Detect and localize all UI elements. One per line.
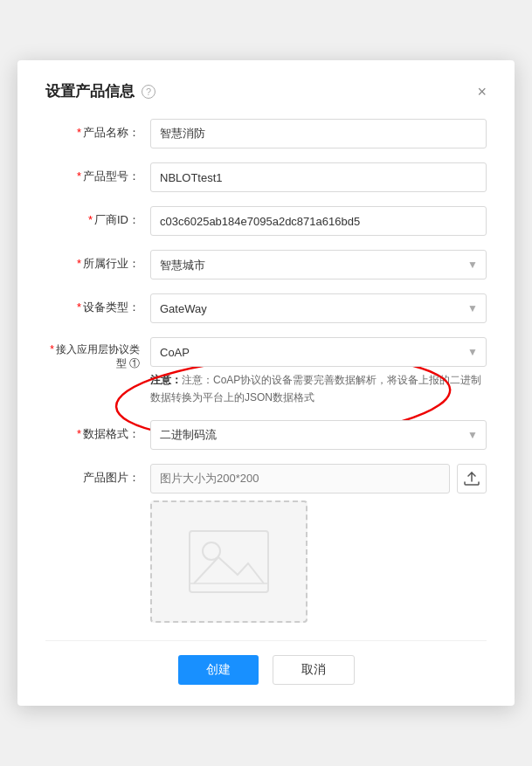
dialog-title: 设置产品信息 — [45, 81, 135, 101]
dialog-container: 设置产品信息 ? × *产品名称： *产品型号： *厂商ID： *所属 — [17, 60, 515, 705]
product-model-input[interactable] — [150, 162, 487, 192]
protocol-row: *接入应用层协议类型 ① CoAP MQTT HTTP ▼ 注意：注意：CoAP… — [45, 337, 487, 405]
required-star: * — [77, 169, 81, 183]
data-format-row: *数据格式： 二进制码流 JSON格式 ▼ — [45, 420, 487, 450]
protocol-wrap: CoAP MQTT HTTP ▼ 注意：注意：CoAP协议的设备需要完善数据解析… — [150, 337, 487, 405]
required-star: * — [77, 257, 81, 270]
upload-button[interactable] — [457, 464, 487, 493]
cancel-button[interactable]: 取消 — [273, 655, 355, 685]
required-star: * — [77, 427, 81, 440]
product-model-label: *产品型号： — [45, 162, 150, 184]
industry-row: *所属行业： 智慧城市 智慧工业 智慧交通 ▼ — [45, 250, 487, 279]
industry-select[interactable]: 智慧城市 智慧工业 智慧交通 — [150, 250, 487, 279]
create-button[interactable]: 创建 — [178, 655, 259, 685]
upload-icon — [464, 472, 480, 486]
dialog-header: 设置产品信息 ? × — [45, 81, 487, 101]
device-type-select-wrap: GateWay 终端设备 网关子设备 ▼ — [150, 293, 487, 323]
protocol-select[interactable]: CoAP MQTT HTTP — [150, 337, 487, 367]
product-model-row: *产品型号： — [45, 162, 487, 192]
required-star: * — [77, 126, 81, 139]
upload-input-wrap — [150, 464, 487, 493]
data-format-label: *数据格式： — [45, 420, 150, 442]
image-placeholder-icon — [185, 527, 273, 597]
product-image-wrap — [150, 464, 487, 493]
vendor-id-input[interactable] — [150, 206, 487, 236]
industry-label: *所属行业： — [45, 250, 150, 272]
device-type-row: *设备类型： GateWay 终端设备 网关子设备 ▼ — [45, 293, 487, 323]
vendor-id-label: *厂商ID： — [45, 206, 150, 228]
vendor-id-row: *厂商ID： — [45, 206, 487, 236]
image-path-input[interactable] — [150, 464, 450, 493]
coap-notice: 注意：注意：CoAP协议的设备需要完善数据解析，将设备上报的二进制数据转换为平台… — [150, 372, 487, 405]
data-format-select-wrap: 二进制码流 JSON格式 ▼ — [150, 420, 487, 450]
product-image-row: 产品图片： — [45, 464, 487, 493]
industry-wrap: 智慧城市 智慧工业 智慧交通 ▼ — [150, 250, 487, 279]
product-name-input[interactable] — [150, 119, 487, 148]
industry-select-wrap: 智慧城市 智慧工业 智慧交通 ▼ — [150, 250, 487, 279]
product-image-label: 产品图片： — [45, 464, 150, 486]
protocol-label: *接入应用层协议类型 ① — [45, 337, 150, 370]
device-type-wrap: GateWay 终端设备 网关子设备 ▼ — [150, 293, 487, 323]
device-type-select[interactable]: GateWay 终端设备 网关子设备 — [150, 293, 487, 323]
data-format-select[interactable]: 二进制码流 JSON格式 — [150, 420, 487, 450]
vendor-id-wrap — [150, 206, 487, 236]
product-name-label: *产品名称： — [45, 119, 150, 141]
required-star: * — [77, 300, 81, 314]
data-format-wrap: 二进制码流 JSON格式 ▼ — [150, 420, 487, 450]
close-icon[interactable]: × — [477, 84, 487, 100]
product-name-wrap — [150, 119, 487, 148]
product-name-row: *产品名称： — [45, 119, 487, 148]
image-placeholder — [150, 500, 307, 623]
image-preview-area — [150, 500, 487, 623]
title-group: 设置产品信息 ? — [45, 81, 155, 101]
device-type-label: *设备类型： — [45, 293, 150, 315]
required-star: * — [50, 343, 54, 355]
required-star: * — [88, 213, 93, 226]
help-icon[interactable]: ? — [142, 85, 155, 99]
protocol-select-wrap: CoAP MQTT HTTP ▼ — [150, 337, 487, 367]
product-model-wrap — [150, 162, 487, 192]
dialog-footer: 创建 取消 — [45, 640, 487, 685]
